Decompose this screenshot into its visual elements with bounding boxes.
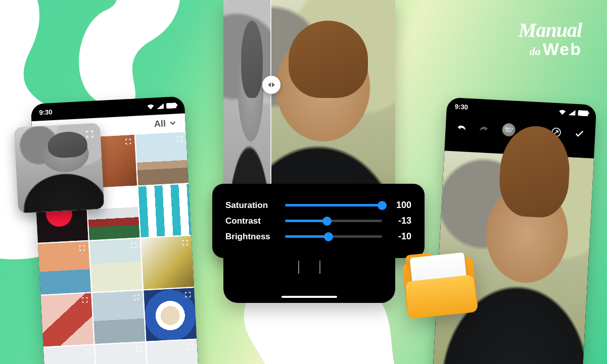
expand-icon — [187, 343, 195, 352]
expand-icon — [135, 345, 143, 355]
gallery-tile[interactable] — [95, 342, 148, 364]
saturation-label: Saturation — [225, 200, 277, 211]
expand-icon — [132, 294, 140, 303]
status-time: 9:30 — [455, 102, 469, 111]
gallery-tile[interactable] — [144, 288, 197, 341]
adjustments-panel: Saturation 100 Contrast -13 Brightness -… — [212, 184, 425, 258]
expand-icon — [84, 348, 91, 358]
gallery-tile[interactable] — [38, 241, 91, 295]
expand-icon — [184, 291, 192, 300]
expand-icon — [127, 190, 135, 199]
saturation-value: 100 — [390, 200, 411, 211]
contrast-value: -13 — [390, 216, 411, 226]
gallery-tile[interactable] — [43, 345, 97, 364]
expand-icon — [179, 187, 186, 197]
editor-bottom-bar — [223, 257, 395, 285]
battery-icon — [578, 110, 588, 116]
gallery-tile[interactable] — [92, 290, 145, 344]
contrast-slider[interactable] — [285, 220, 382, 222]
gallery-tile[interactable] — [135, 132, 189, 185]
home-indicator — [282, 296, 337, 298]
filter-thumb-button[interactable]: Black & White — [502, 123, 516, 136]
brightness-slider[interactable] — [285, 235, 382, 238]
brightness-value: -10 — [390, 231, 411, 242]
selected-thumbnail[interactable] — [14, 123, 105, 214]
brand-line1: Manual — [519, 20, 582, 40]
signal-icon — [568, 110, 576, 116]
brand-line2-prefix: da — [530, 45, 541, 58]
status-time: 9:30 — [39, 108, 53, 116]
expand-icon — [124, 138, 132, 147]
chevron-down-icon — [168, 118, 177, 128]
contrast-label: Contrast — [225, 216, 277, 226]
phone-tools: 9:30 Black & White — [432, 97, 597, 364]
undo-button[interactable] — [456, 122, 466, 133]
chevron-right-icon — [272, 82, 275, 87]
gallery-tile[interactable] — [141, 236, 194, 289]
brightness-label: Brightness — [225, 232, 277, 242]
confirm-button[interactable] — [574, 128, 585, 139]
gallery-filter-dropdown[interactable]: All — [154, 118, 177, 129]
gallery-tile[interactable] — [89, 238, 143, 292]
filter-name: Black & White — [502, 127, 516, 132]
wifi-icon — [558, 109, 566, 115]
expand-icon — [181, 239, 189, 248]
redo-button[interactable] — [479, 123, 490, 134]
tick-icon — [319, 261, 320, 274]
folder-icon — [402, 256, 479, 319]
expand-icon — [130, 242, 137, 251]
expand-icon — [78, 244, 86, 254]
signal-icon — [157, 103, 164, 109]
gallery-filter-label: All — [154, 118, 166, 129]
gallery-tile[interactable] — [40, 293, 94, 347]
saturation-slider[interactable] — [285, 204, 382, 206]
gallery-tile[interactable] — [138, 184, 191, 237]
brand-logo: Manual daWeb — [519, 20, 582, 58]
comparison-slider-handle[interactable] — [262, 76, 281, 94]
chevron-left-icon — [268, 82, 271, 87]
tick-icon — [298, 261, 299, 274]
battery-icon — [166, 102, 177, 109]
expand-icon — [81, 296, 89, 306]
wifi-icon — [147, 103, 155, 110]
expand-icon — [176, 135, 183, 145]
gallery-tile[interactable] — [147, 340, 200, 364]
brand-line2: Web — [543, 39, 582, 59]
expand-icon — [85, 129, 95, 141]
